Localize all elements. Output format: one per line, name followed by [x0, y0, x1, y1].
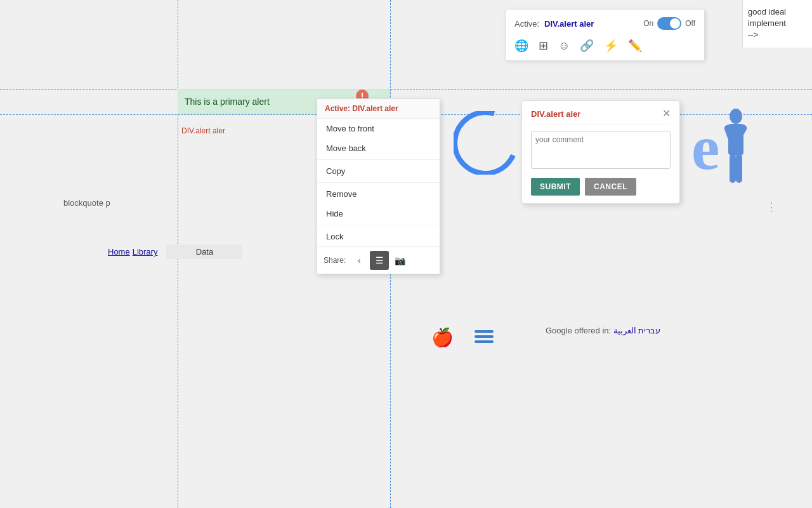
share-btn-camera[interactable]: 📷: [390, 251, 409, 270]
share-btn-comment[interactable]: ☰: [370, 251, 389, 270]
alert-label: DIV.alert aler: [181, 126, 225, 135]
toggle-switch[interactable]: [657, 17, 681, 30]
active-element-name[interactable]: DIV.alert aler: [544, 19, 594, 29]
comment-dialog-header: DIV.alert aler ✕: [531, 109, 671, 124]
active-label: Active:: [514, 19, 539, 29]
svg-point-3: [730, 109, 742, 124]
offered-prefix: Google offered in:: [546, 326, 611, 335]
context-move-front[interactable]: Move to front: [317, 119, 440, 138]
toggle-knob: [670, 18, 680, 29]
context-copy[interactable]: Copy: [317, 161, 440, 181]
comment-buttons: SUBMIT CANCEL: [531, 178, 671, 196]
active-panel-row: Active: DIV.alert aler On Off: [514, 17, 695, 30]
context-remove[interactable]: Remove: [317, 184, 440, 204]
context-move-back[interactable]: Move back: [317, 138, 440, 158]
nav-library-link[interactable]: Library: [133, 247, 158, 257]
data-badge: Data: [166, 244, 242, 259]
context-divider-3: [317, 225, 440, 225]
share-label: Share:: [324, 256, 346, 265]
svg-rect-7: [730, 154, 736, 183]
active-panel: Active: DIV.alert aler On Off 🌐 ⊞ ☺ 🔗 ⚡ …: [505, 9, 705, 61]
close-dialog-button[interactable]: ✕: [662, 109, 671, 119]
lightning-icon[interactable]: ⚡: [604, 39, 618, 53]
nav-area: Home Library Data: [108, 244, 242, 259]
menu-lines-icon: [475, 330, 494, 343]
offered-arabic-link[interactable]: العربية: [613, 326, 636, 335]
context-divider-1: [317, 159, 440, 160]
canvas-area: This is a primary alert DIV.alert aler !…: [0, 0, 812, 508]
context-menu-header: Active: DIV.alert aler: [317, 99, 440, 119]
context-lock[interactable]: Lock: [317, 227, 440, 246]
context-divider-2: [317, 182, 440, 183]
top-right-content: good idealimplement-->: [748, 7, 786, 39]
toggle-group: On Off: [643, 17, 695, 30]
google-offered-text: Google offered in: עברית العربية: [546, 326, 660, 335]
letter-e: e: [691, 111, 719, 184]
nav-home-link[interactable]: Home: [108, 247, 130, 257]
text-format-icon[interactable]: ⊞: [539, 39, 548, 53]
comment-dialog-title: DIV.alert aler: [531, 109, 580, 119]
link-icon[interactable]: 🔗: [580, 39, 594, 53]
globe-icon[interactable]: 🌐: [514, 39, 528, 53]
top-right-text: good idealimplement-->: [742, 0, 812, 48]
context-active-element: DIV.alert aler: [352, 104, 398, 113]
svg-point-2: [455, 112, 516, 173]
cancel-button[interactable]: CANCEL: [585, 178, 636, 196]
context-menu: Active: DIV.alert aler Move to front Mov…: [317, 98, 440, 274]
google-circle-logo: [454, 111, 517, 175]
comment-dialog: DIV.alert aler ✕ SUBMIT CANCEL: [521, 100, 680, 204]
context-active-prefix: Active:: [325, 104, 352, 113]
panel-icons: 🌐 ⊞ ☺ 🔗 ⚡ ✏️: [514, 39, 695, 53]
grid-line-horizontal-1: [0, 89, 812, 90]
submit-button[interactable]: SUBMIT: [531, 178, 580, 196]
comment-textarea[interactable]: [531, 131, 671, 169]
context-hide[interactable]: Hide: [317, 204, 440, 224]
share-btn-link[interactable]: ‹: [350, 251, 369, 270]
alert-text: This is a primary alert: [185, 97, 270, 107]
svg-rect-8: [736, 154, 742, 183]
figure-silhouette: [717, 105, 755, 213]
toggle-off-label: Off: [685, 19, 695, 28]
apple-icon: 🍎: [431, 327, 454, 348]
context-share-row: Share: ‹ ☰ 📷: [317, 246, 440, 274]
share-icon-canvas: ⋮: [766, 200, 777, 214]
pencil-icon[interactable]: ✏️: [628, 39, 642, 53]
offered-hebrew-link[interactable]: עברית: [638, 326, 660, 335]
toggle-on-label: On: [643, 19, 653, 28]
emoji-icon[interactable]: ☺: [558, 39, 570, 53]
blockquote-label: blockquote p: [63, 198, 110, 208]
